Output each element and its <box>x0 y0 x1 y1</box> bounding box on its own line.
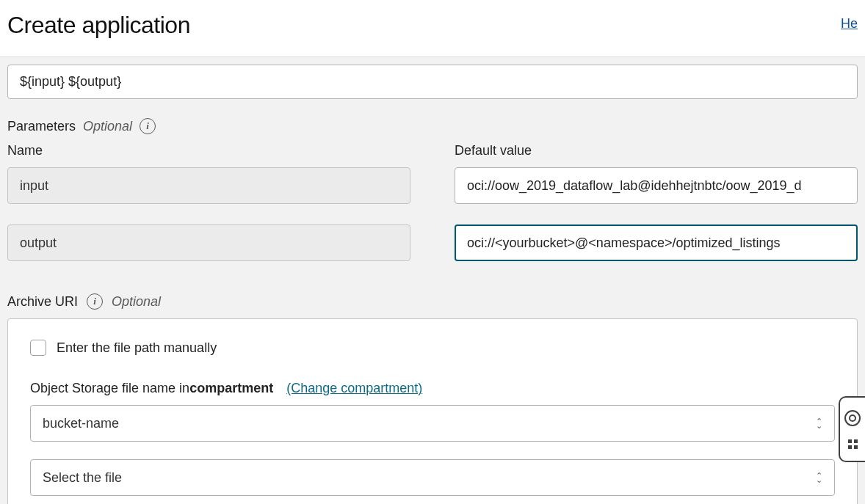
parameters-label-text: Parameters <box>7 119 76 134</box>
help-link[interactable]: He <box>841 16 858 32</box>
manual-path-label: Enter the file path manually <box>57 340 217 356</box>
manual-path-checkbox[interactable] <box>30 340 46 356</box>
param-value-input[interactable] <box>455 167 858 204</box>
archive-card: Enter the file path manually Object Stor… <box>7 318 858 504</box>
archive-uri-text: Archive URI <box>7 294 78 310</box>
file-label-prefix: Object Storage file name in <box>30 381 189 396</box>
parameters-section-label: Parameters Optional i <box>7 118 858 134</box>
page-title: Create application <box>7 12 190 39</box>
archive-uri-label: Archive URI i Optional <box>7 293 858 310</box>
param-value-header: Default value <box>455 143 858 158</box>
lifebuoy-icon <box>844 409 861 427</box>
param-name-output: output <box>7 224 410 261</box>
floating-help-widget[interactable] <box>839 396 865 462</box>
object-storage-file-label: Object Storage file name in compartment … <box>30 381 835 396</box>
parameters-optional-text: Optional <box>83 119 132 134</box>
param-value-output[interactable] <box>455 224 858 261</box>
file-select-value: Select the file <box>43 470 122 486</box>
svg-point-0 <box>845 411 860 426</box>
chevron-updown-icon: ⌃⌄ <box>816 419 822 428</box>
param-name-input: input <box>7 167 410 204</box>
file-select[interactable]: Select the file ⌃⌄ <box>30 459 835 496</box>
archive-optional-text: Optional <box>112 294 161 310</box>
svg-point-1 <box>850 415 855 421</box>
info-icon[interactable]: i <box>87 293 103 310</box>
grid-icon <box>848 439 858 449</box>
param-name-header: Name <box>7 143 410 158</box>
arguments-input[interactable] <box>7 65 858 99</box>
bucket-select[interactable]: bucket-name ⌃⌄ <box>30 405 835 442</box>
info-icon[interactable]: i <box>140 118 156 134</box>
bucket-select-value: bucket-name <box>43 416 119 431</box>
chevron-updown-icon: ⌃⌄ <box>816 473 822 482</box>
file-label-compartment: compartment <box>189 381 273 396</box>
change-compartment-link[interactable]: (Change compartment) <box>286 381 422 396</box>
page-header: Create application He <box>0 0 865 56</box>
manual-path-row: Enter the file path manually <box>30 340 835 356</box>
parameters-grid: Name Default value input output <box>7 143 858 261</box>
form-content: Parameters Optional i Name Default value… <box>0 56 865 504</box>
